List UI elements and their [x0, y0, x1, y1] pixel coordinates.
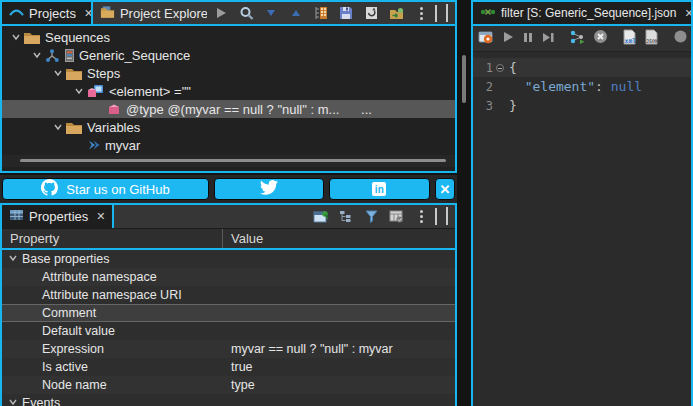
clipped-button[interactable] [673, 29, 688, 48]
step-button[interactable] [541, 30, 555, 48]
filter-file-icon [480, 6, 496, 21]
table-row[interactable]: Default value [2, 322, 455, 340]
code-line[interactable]: 3} [473, 96, 691, 115]
property-value-cell: type [223, 378, 455, 392]
minimize-button[interactable] [435, 6, 437, 21]
tree-item-label: <element> ="" [109, 84, 191, 99]
tab-projects-close-icon[interactable]: ✕ [84, 7, 93, 20]
table-row[interactable]: Expressionmyvar == null ? "null" : myvar [2, 340, 455, 358]
pause-button[interactable] [522, 30, 534, 48]
fold-marker-icon[interactable] [493, 64, 506, 72]
property-name: Events [22, 396, 60, 406]
view-menu-button[interactable] [413, 5, 429, 21]
show-categories-button[interactable] [338, 209, 354, 225]
twitter-button[interactable] [214, 178, 324, 200]
linkedin-button[interactable]: in [329, 178, 431, 200]
step-icon [541, 31, 555, 44]
run-config-icon [478, 30, 494, 44]
table-row[interactable]: Events [2, 394, 455, 406]
tree-item-label: myvar [105, 138, 140, 153]
play-button[interactable] [501, 30, 515, 48]
import-button[interactable] [388, 5, 404, 21]
chevron-down-icon[interactable] [29, 50, 45, 60]
filter-button[interactable] [363, 209, 379, 225]
tab-properties-label: Properties [29, 209, 88, 224]
maximize-button[interactable] [446, 209, 448, 224]
promo-banner: Star us on GitHub in ✕ [0, 175, 457, 203]
tree-item[interactable]: Sequences [2, 28, 455, 46]
chevron-down-icon[interactable] [8, 252, 18, 266]
project-explorer-icon [100, 5, 115, 22]
export-xml-button[interactable]: xml [622, 29, 637, 49]
table-row[interactable]: Attribute namespace [2, 268, 455, 286]
link-grid-icon [314, 6, 328, 20]
refresh-button[interactable] [363, 5, 379, 21]
tree-horizontal-scrollbar[interactable] [2, 155, 455, 167]
tree-item[interactable]: myvar [2, 136, 455, 154]
table-row[interactable]: Is activetrue [2, 358, 455, 376]
tab-filter-json-close-icon[interactable]: ✕ [684, 7, 691, 20]
star-on-github-button[interactable]: Star us on GitHub [2, 178, 209, 200]
circle-icon [673, 29, 688, 44]
property-name-cell: Default value [2, 324, 223, 338]
tab-filter-json[interactable]: filter [S: Generic_Sequence].json ✕ [473, 2, 691, 24]
properties-window-buttons [435, 205, 455, 228]
property-name: Expression [42, 342, 104, 356]
code-line[interactable]: 2 "element": null [473, 77, 691, 96]
column-header-property[interactable]: Property [2, 229, 223, 248]
transform-button[interactable] [569, 30, 586, 48]
scrollbar-thumb[interactable] [20, 159, 446, 162]
tab-properties[interactable]: Properties ✕ [2, 205, 114, 228]
tree-item-label: Generic_Sequence [79, 48, 190, 63]
properties-table-icon [9, 209, 24, 224]
chevron-down-icon[interactable] [50, 122, 66, 132]
tab-projects[interactable]: Projects ✕ [2, 2, 93, 24]
properties-rows: Base propertiesAttribute namespaceAttrib… [2, 250, 455, 406]
doc-icon [65, 49, 74, 62]
property-name-cell: Node name [2, 378, 223, 392]
tree-item[interactable]: Variables [2, 118, 455, 136]
projects-wave-icon [9, 5, 24, 21]
minimize-button[interactable] [435, 209, 437, 224]
collapse-all-button[interactable] [263, 5, 279, 21]
property-name: Default value [42, 324, 115, 338]
property-name: Comment [42, 306, 96, 320]
export-json-button[interactable]: JSON [644, 29, 659, 49]
tab-project-explorer[interactable]: Project Explorer [93, 2, 207, 24]
save-button[interactable] [338, 5, 354, 21]
table-row[interactable]: Comment [2, 304, 455, 322]
link-with-editor-button[interactable] [313, 5, 329, 21]
chevron-down-icon[interactable] [50, 68, 66, 78]
tab-properties-close-icon[interactable]: ✕ [96, 210, 105, 223]
projects-toolbar [207, 2, 435, 24]
editor-tabbar: filter [S: Generic_Sequence].json ✕ [473, 2, 691, 26]
tree-item[interactable]: Steps [2, 64, 455, 82]
code-editor[interactable]: 1{2 "element": null3} [473, 52, 691, 115]
maximize-button[interactable] [446, 6, 448, 21]
banner-close-button[interactable]: ✕ [435, 178, 455, 200]
table-row[interactable]: Node nametype [2, 376, 455, 394]
table-row[interactable]: Base properties [2, 250, 455, 268]
view-menu-button[interactable] [413, 209, 429, 225]
github-button-label: Star us on GitHub [66, 182, 169, 197]
tree-item[interactable]: @type @(myvar == null ? "null" : m... ..… [2, 100, 455, 118]
refresh-icon [365, 6, 378, 20]
chevron-down-icon[interactable] [8, 396, 18, 406]
pin-to-selection-button[interactable] [313, 209, 329, 225]
configure-columns-button[interactable] [388, 209, 404, 225]
chevron-down-icon[interactable] [8, 32, 24, 42]
search-button[interactable] [238, 5, 254, 21]
properties-panel: Properties ✕ Property Value Base propert… [0, 203, 457, 406]
code-line[interactable]: 1{ [473, 58, 691, 77]
vertical-scrollbar-thumb[interactable] [462, 55, 466, 103]
stop-button[interactable] [593, 29, 608, 48]
table-row[interactable]: Attribute namespace URI [2, 286, 455, 304]
expand-all-button[interactable] [288, 5, 304, 21]
tree-item[interactable]: Generic_Sequence [2, 46, 455, 64]
property-name-cell: Expression [2, 342, 223, 356]
chevron-down-icon[interactable] [71, 86, 87, 96]
tree-item[interactable]: <element> ="" [2, 82, 455, 100]
column-header-value[interactable]: Value [223, 231, 263, 246]
run-configuration-button[interactable] [478, 30, 494, 48]
run-button[interactable] [213, 5, 229, 21]
